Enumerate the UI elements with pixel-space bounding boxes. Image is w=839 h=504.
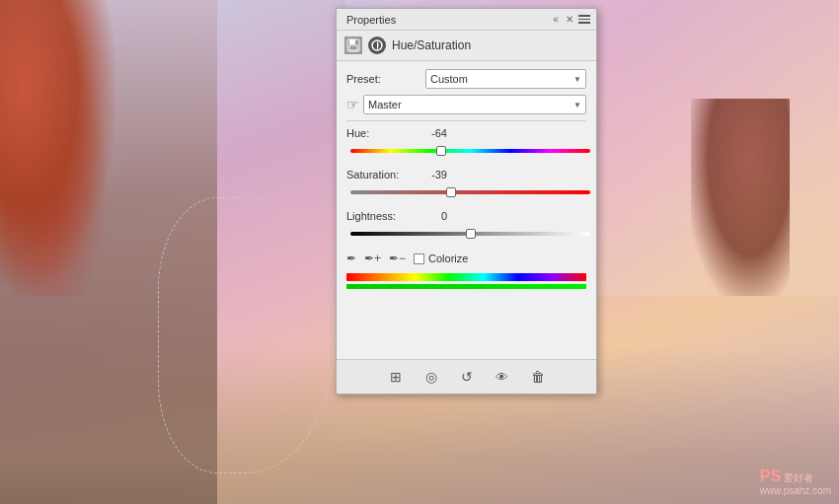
delete-button[interactable]: 🗑 bbox=[527, 366, 549, 388]
preset-arrow-icon: ▼ bbox=[573, 75, 581, 84]
foliage-left bbox=[0, 0, 118, 296]
channel-value: Master bbox=[368, 99, 402, 110]
preset-row: Preset: Custom ▼ bbox=[346, 69, 586, 89]
saturation-thumb[interactable] bbox=[446, 187, 456, 197]
watermark: PS 爱好者 www.psahz.com bbox=[760, 468, 831, 496]
adjustment-icon bbox=[368, 36, 386, 54]
watermark-url: www.psahz.com bbox=[760, 485, 831, 496]
divider-1 bbox=[346, 120, 586, 121]
svg-rect-1 bbox=[349, 39, 355, 44]
hue-slider-container[interactable] bbox=[350, 141, 590, 161]
trees-right bbox=[691, 99, 790, 296]
panel-menu-icon[interactable] bbox=[578, 15, 590, 24]
saturation-slider-container[interactable] bbox=[350, 182, 590, 202]
hue-value: -64 bbox=[418, 127, 447, 139]
collapse-button[interactable]: « bbox=[551, 15, 561, 25]
undo-button[interactable]: ↺ bbox=[456, 366, 478, 388]
colorize-row: ✒ ✒+ ✒− Colorize bbox=[346, 252, 586, 265]
panel-footer: ⊞ ◎ ↺ 👁 🗑 bbox=[337, 359, 596, 394]
panel-header: Hue/Saturation bbox=[337, 31, 596, 61]
spectrum-rainbow-bar bbox=[346, 273, 586, 281]
panel-empty-area bbox=[337, 300, 596, 359]
hue-thumb[interactable] bbox=[436, 146, 446, 156]
saturation-value: -39 bbox=[418, 169, 447, 180]
section-title: Hue/Saturation bbox=[392, 38, 471, 52]
close-button[interactable]: ✕ bbox=[565, 15, 574, 25]
saturation-track bbox=[350, 190, 590, 194]
eye-button[interactable]: 👁 bbox=[492, 366, 513, 388]
channel-row: ☞ Master ▼ bbox=[346, 95, 586, 114]
channel-select[interactable]: Master ▼ bbox=[363, 95, 586, 114]
preset-label: Preset: bbox=[346, 73, 425, 85]
hue-row: Hue: -64 bbox=[346, 127, 586, 139]
lightness-slider-container[interactable] bbox=[350, 224, 590, 244]
save-icon[interactable] bbox=[344, 36, 362, 54]
panel-title-area: Properties bbox=[343, 12, 400, 28]
properties-panel: Properties « ✕ Hue/Satura bbox=[336, 8, 597, 395]
lightness-label: Lightness: bbox=[346, 210, 418, 222]
colorize-text: Colorize bbox=[428, 252, 468, 264]
target-hand-icon[interactable]: ☞ bbox=[346, 97, 359, 112]
eyedropper-icon[interactable]: ✒ bbox=[346, 252, 356, 265]
eyedropper-minus-icon[interactable]: ✒− bbox=[389, 252, 406, 265]
lightness-thumb[interactable] bbox=[466, 229, 476, 239]
colorize-checkbox[interactable] bbox=[414, 253, 424, 264]
preset-value: Custom bbox=[430, 73, 468, 85]
watermark-brand: PS bbox=[760, 468, 781, 484]
lightness-row: Lightness: 0 bbox=[346, 210, 586, 222]
eyedropper-plus-icon[interactable]: ✒+ bbox=[364, 252, 381, 265]
properties-tab[interactable]: Properties bbox=[343, 12, 400, 28]
panel-body: Preset: Custom ▼ ☞ Master ▼ Hue: -64 S bbox=[337, 61, 596, 300]
saturation-label: Saturation: bbox=[346, 169, 418, 180]
channel-arrow-icon: ▼ bbox=[573, 101, 581, 109]
svg-rect-2 bbox=[349, 45, 357, 50]
saturation-row: Saturation: -39 bbox=[346, 169, 586, 180]
hue-track bbox=[350, 149, 590, 153]
colorize-label[interactable]: Colorize bbox=[414, 252, 468, 264]
preset-select[interactable]: Custom ▼ bbox=[425, 69, 586, 89]
watermark-site: 爱好者 bbox=[784, 472, 813, 483]
spectrum-green-bar bbox=[346, 284, 586, 289]
hue-label: Hue: bbox=[346, 127, 418, 139]
visibility-button[interactable]: ◎ bbox=[420, 366, 442, 388]
add-layer-button[interactable]: ⊞ bbox=[385, 366, 407, 388]
lightness-value: 0 bbox=[418, 210, 447, 222]
panel-controls: « ✕ bbox=[551, 15, 590, 25]
panel-titlebar: Properties « ✕ bbox=[337, 9, 596, 31]
